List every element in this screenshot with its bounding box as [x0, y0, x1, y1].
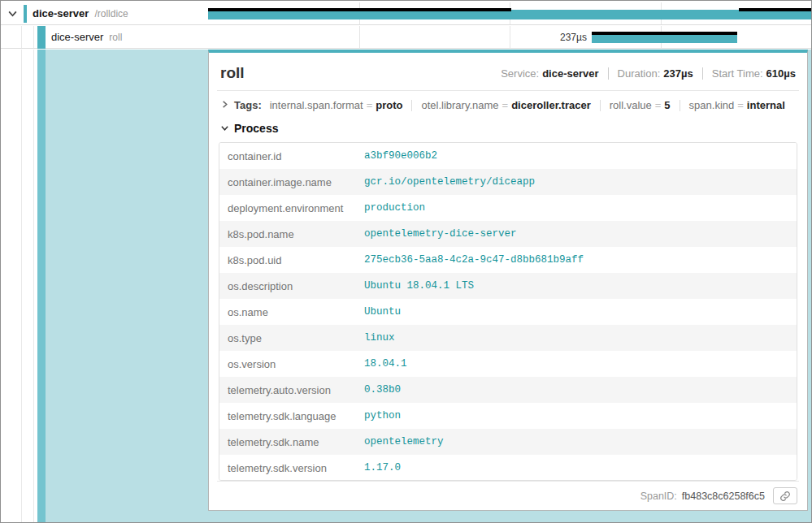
process-row: telemetry.auto.version0.38b0	[219, 377, 797, 403]
divider	[608, 67, 609, 80]
tag-summary-item: roll.value=5	[610, 99, 671, 111]
span-duration-label: 237µs	[208, 32, 587, 43]
process-key: telemetry.sdk.language	[219, 404, 356, 429]
tag-value: proto	[376, 99, 402, 111]
process-row: os.typelinux	[219, 325, 797, 351]
span-color-bar	[24, 5, 27, 23]
detail-footer: SpanID: fb483c8c6258f6c5	[217, 481, 799, 510]
process-label: Process	[234, 122, 278, 135]
equals-sign: =	[655, 99, 662, 111]
link-icon	[779, 491, 791, 502]
span-color-bar	[37, 26, 46, 49]
divider	[600, 100, 601, 111]
tag-value: 5	[664, 99, 670, 111]
process-row: telemetry.sdk.languagepython	[219, 403, 797, 429]
process-row: deployment.environmentproduction	[219, 195, 797, 221]
indent-guide	[33, 26, 34, 48]
process-value: linux	[356, 326, 797, 350]
span-row-rolldice[interactable]: dice-server /rolldice	[1, 2, 811, 25]
indent-guide	[21, 50, 22, 522]
process-value: python	[356, 404, 797, 428]
process-value: Ubuntu	[356, 300, 797, 324]
spanid-label: SpanID:	[640, 491, 677, 502]
process-key: telemetry.sdk.name	[219, 430, 356, 455]
tags-label: Tags:	[234, 99, 262, 111]
indent-guide	[33, 50, 34, 522]
divider	[411, 100, 412, 111]
tag-summary-item: internal.span.format=proto	[270, 99, 403, 111]
span-title: roll	[220, 64, 245, 82]
process-value: opentelemetry-dice-server	[356, 222, 797, 246]
overview-service: Service:dice-server	[501, 67, 598, 80]
critical-path-segment	[739, 8, 811, 11]
process-row: k8s.pod.nameopentelemetry-dice-server	[219, 221, 797, 247]
tag-key: internal.span.format	[270, 99, 363, 111]
process-key: os.name	[219, 300, 356, 325]
divider	[680, 100, 680, 111]
process-row: container.image.namegcr.io/opentelemetry…	[219, 169, 797, 195]
service-name: dice-server	[51, 31, 103, 43]
timeline-cell[interactable]	[208, 2, 811, 24]
process-key: os.type	[219, 326, 356, 351]
process-key: telemetry.sdk.version	[219, 456, 356, 481]
jaeger-trace-detail-view: dice-server /rolldice dice-server roll 2…	[0, 0, 812, 523]
process-row: telemetry.sdk.nameopentelemetry	[219, 429, 797, 455]
equals-sign: =	[367, 99, 373, 111]
process-value: a3bf90e006b2	[356, 144, 797, 168]
overview-start-time: Start Time:610µs	[712, 67, 796, 80]
overview-duration: Duration:237µs	[618, 67, 693, 80]
deep-link-button[interactable]	[773, 487, 797, 504]
spanid-value: fb483c8c6258f6c5	[682, 491, 765, 502]
critical-path-segment	[592, 32, 738, 35]
equals-sign: =	[502, 99, 509, 111]
process-key: os.version	[219, 352, 356, 377]
process-value: 275ecb36-5aa8-4c2a-9c47-d8bb681b9aff	[356, 248, 797, 272]
tag-summary-item: span.kind=internal	[689, 99, 785, 111]
operation-name: roll	[109, 32, 122, 43]
chevron-right-icon	[220, 99, 229, 111]
tag-summary-item: otel.library.name=diceroller.tracer	[421, 99, 590, 111]
tag-key: otel.library.name	[421, 99, 498, 111]
process-value: opentelemetry	[356, 430, 797, 454]
chevron-down-icon[interactable]	[5, 6, 20, 21]
process-value: 0.38b0	[356, 378, 797, 402]
process-value: 18.04.1	[356, 352, 797, 376]
span-overview: Service:dice-server Duration:237µs Start…	[501, 67, 796, 80]
tags-accordion[interactable]: Tags: internal.span.format=protootel.lib…	[217, 91, 799, 119]
span-detail-card: roll Service:dice-server Duration:237µs …	[208, 50, 808, 511]
process-key: container.id	[219, 144, 356, 169]
process-key: deployment.environment	[219, 196, 356, 221]
detail-header: roll Service:dice-server Duration:237µs …	[217, 59, 799, 91]
span-name-cell: dice-server /rolldice	[1, 2, 208, 24]
chevron-down-icon	[220, 121, 229, 136]
tree-gutter	[1, 50, 46, 522]
process-row: os.descriptionUbuntu 18.04.1 LTS	[219, 273, 797, 299]
process-key: container.image.name	[219, 170, 356, 195]
process-value: 1.17.0	[356, 456, 797, 480]
process-row: os.version18.04.1	[219, 351, 797, 377]
indent-guide	[21, 26, 22, 48]
operation-name: /rolldice	[94, 8, 128, 19]
span-row-roll[interactable]: dice-server roll 237µs	[1, 26, 811, 49]
tag-key: roll.value	[610, 99, 652, 111]
process-key: os.description	[219, 274, 356, 299]
span-detail-row: roll Service:dice-server Duration:237µs …	[1, 50, 811, 522]
process-row: k8s.pod.uid275ecb36-5aa8-4c2a-9c47-d8bb6…	[219, 247, 797, 273]
critical-path-segment	[208, 8, 511, 11]
tags-summary: internal.span.format=protootel.library.n…	[270, 99, 785, 111]
timeline-cell[interactable]: 237µs	[208, 26, 811, 48]
process-accordion[interactable]: Process	[217, 119, 799, 142]
tag-value: diceroller.tracer	[511, 99, 591, 111]
span-name-cell: dice-server roll	[1, 26, 208, 48]
process-value: gcr.io/opentelemetry/diceapp	[356, 170, 797, 194]
process-row: os.nameUbuntu	[219, 299, 797, 325]
service-name: dice-server	[33, 7, 89, 19]
process-key: k8s.pod.uid	[219, 248, 356, 273]
process-key: k8s.pod.name	[219, 222, 356, 247]
process-row: container.ida3bf90e006b2	[219, 143, 797, 169]
divider	[702, 67, 703, 80]
tag-value: internal	[747, 99, 785, 111]
process-row: telemetry.sdk.version1.17.0	[219, 455, 797, 481]
process-key: telemetry.auto.version	[219, 378, 356, 403]
detail-background: roll Service:dice-server Duration:237µs …	[46, 50, 811, 522]
